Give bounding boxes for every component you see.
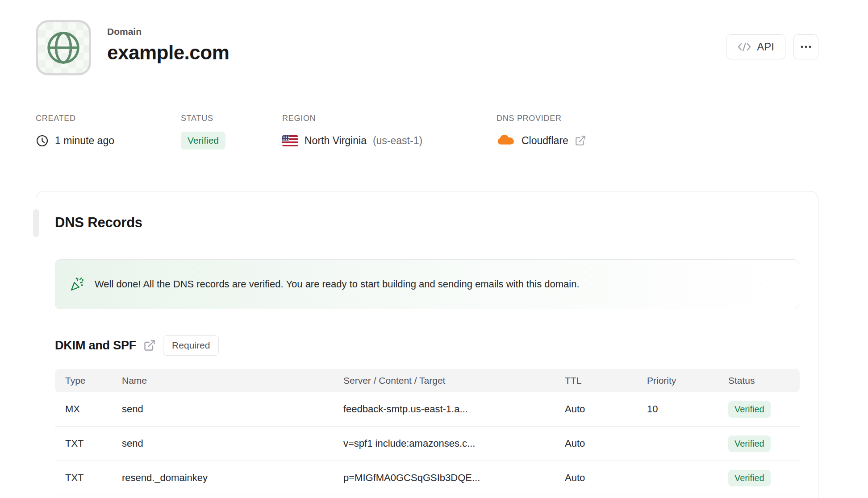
cell-priority: 10: [637, 403, 718, 415]
cell-status: Verified: [718, 470, 800, 486]
page-kicker: Domain: [107, 26, 229, 37]
region-label: REGION: [282, 114, 497, 123]
section-anchor-tab: [33, 209, 39, 237]
api-button[interactable]: API: [726, 34, 785, 59]
domain-avatar: [36, 20, 91, 75]
cell-type: TXT: [55, 472, 112, 484]
region-value: North Virginia: [305, 135, 367, 147]
globe-icon: [46, 30, 81, 65]
table-row[interactable]: MX send feedback-smtp.us-east-1.a... Aut…: [55, 392, 800, 427]
dns-provider-value: Cloudflare: [522, 135, 568, 147]
cell-name: send: [112, 403, 333, 415]
table-header-cell: Type: [55, 375, 112, 386]
dkim-spf-section-head: DKIM and SPF Required: [55, 335, 799, 356]
cell-ttl: Auto: [555, 472, 637, 484]
header-actions: API: [726, 20, 818, 59]
cell-status: Verified: [718, 401, 800, 418]
row-status-badge: Verified: [728, 401, 771, 418]
status-badge: Verified: [181, 132, 225, 149]
created-label: CREATED: [36, 114, 181, 123]
table-header-cell: Server / Content / Target: [333, 375, 555, 386]
meta-created: CREATED 1 minute ago: [36, 114, 181, 150]
success-banner-text: Well done! All the DNS records are verif…: [95, 278, 580, 290]
clock-icon: [36, 134, 49, 147]
required-badge: Required: [163, 335, 219, 356]
cell-name: resend._domainkey: [112, 472, 333, 484]
domain-page: Domain example.com API: [36, 0, 818, 498]
cell-status: Verified: [718, 436, 800, 452]
row-status-badge: Verified: [728, 470, 771, 486]
dns-records-card: DNS Records Well done! All the DNS recor…: [36, 191, 818, 498]
us-flag-icon: [282, 135, 298, 146]
meta-status: STATUS Verified: [181, 114, 282, 150]
party-popper-icon: [69, 276, 85, 292]
created-value: 1 minute ago: [55, 135, 114, 147]
cell-content: v=spf1 include:amazonses.c...: [333, 438, 555, 449]
cell-name: send: [112, 438, 333, 449]
cell-ttl: Auto: [555, 438, 637, 449]
table-header-cell: Name: [112, 375, 333, 386]
cell-ttl: Auto: [555, 403, 637, 415]
meta-region: REGION North Virginia (us-east-1): [282, 114, 497, 150]
cloudflare-icon: [497, 134, 515, 147]
cell-content: feedback-smtp.us-east-1.a...: [333, 403, 555, 415]
table-row[interactable]: TXT resend._domainkey p=MIGfMA0GCSqGSIb3…: [55, 461, 800, 495]
dns-provider-label: DNS PROVIDER: [497, 114, 586, 123]
external-link-icon[interactable]: [575, 135, 586, 146]
table-header-cell: Priority: [637, 375, 718, 386]
ellipsis-icon: [800, 45, 812, 49]
more-options-button[interactable]: [793, 34, 818, 59]
page-title: example.com: [107, 42, 229, 64]
table-body: MX send feedback-smtp.us-east-1.a... Aut…: [55, 392, 800, 495]
cell-type: MX: [55, 403, 112, 415]
dns-records-table: TypeNameServer / Content / TargetTTLPrio…: [55, 369, 800, 495]
external-link-icon[interactable]: [143, 339, 156, 352]
success-banner: Well done! All the DNS records are verif…: [55, 259, 799, 309]
table-header-cell: Status: [718, 375, 800, 386]
page-header: Domain example.com API: [36, 20, 818, 75]
table-row[interactable]: TXT send v=spf1 include:amazonses.c... A…: [55, 427, 800, 461]
title-block: Domain example.com: [107, 20, 229, 64]
region-code: (us-east-1): [373, 135, 422, 147]
cell-content: p=MIGfMA0GCSqGSIb3DQE...: [333, 472, 555, 484]
dns-records-title: DNS Records: [55, 215, 799, 231]
table-header-cell: TTL: [555, 375, 637, 386]
cell-type: TXT: [55, 438, 112, 449]
code-icon: [737, 42, 751, 52]
dkim-spf-title: DKIM and SPF: [55, 339, 136, 353]
meta-dns-provider: DNS PROVIDER Cloudflare: [497, 114, 586, 150]
table-header-row: TypeNameServer / Content / TargetTTLPrio…: [55, 369, 800, 392]
status-label: STATUS: [181, 114, 282, 123]
row-status-badge: Verified: [728, 436, 771, 452]
api-button-label: API: [757, 41, 774, 53]
domain-meta: CREATED 1 minute ago STATUS Verified REG…: [36, 114, 818, 150]
